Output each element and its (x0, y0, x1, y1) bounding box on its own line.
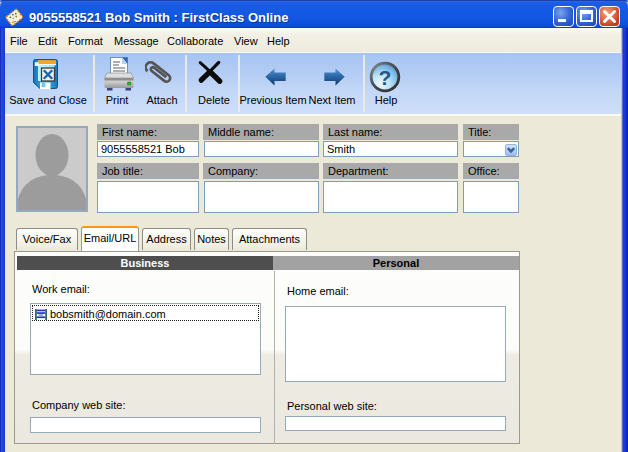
svg-text:?: ? (379, 66, 392, 89)
